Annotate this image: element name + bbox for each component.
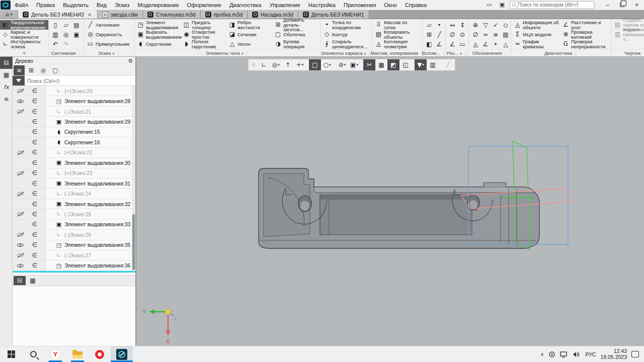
tree-bottom-tab[interactable]: ▦ <box>27 276 39 285</box>
taskbar-search-button[interactable] <box>22 346 44 362</box>
ribbon-tool[interactable]: ◗ Полное скругление <box>182 39 227 49</box>
tree-item[interactable]: ∈ ∟ (-)Эскиз:24 <box>13 189 135 199</box>
visibility-eye-icon[interactable] <box>17 231 24 238</box>
visibility-eye-icon[interactable] <box>17 242 24 248</box>
restore-button[interactable] <box>615 0 629 10</box>
dimension-tool-button[interactable]: ↔ <box>447 20 457 30</box>
panel-strip-button[interactable]: ⊟ <box>0 57 13 69</box>
viewport-tool-button[interactable]: □ ▾ <box>309 59 321 70</box>
mode-panel-item[interactable]: ∟ Инструменты эскиза <box>0 39 48 49</box>
aux-tool-button[interactable]: ▱ <box>424 20 434 30</box>
ribbon-tool[interactable]: ⠿ Массив по сетке <box>374 20 421 30</box>
tree-item[interactable]: ∈ ◖ Скругление:16 <box>13 137 135 147</box>
dimension-tool-button[interactable]: ∠ <box>447 39 457 49</box>
menu-item[interactable]: Оформление <box>183 0 225 10</box>
viewport-tool-button[interactable]: ✂ ▾ <box>363 59 375 70</box>
dimension-tool-button[interactable]: ⊙ <box>457 30 467 39</box>
menu-item[interactable]: Файл <box>11 0 32 10</box>
notation-tool-button[interactable]: ▤ <box>501 30 511 39</box>
menu-item[interactable]: Справка <box>401 0 431 10</box>
titlebar-icon[interactable]: ▭ <box>484 1 495 9</box>
visibility-eye-icon[interactable] <box>17 108 24 115</box>
ribbon-tool[interactable]: Σ МЦХ модели <box>513 30 561 39</box>
system-tool-button[interactable]: ↶ <box>50 39 60 49</box>
system-tool-button[interactable]: ▯ <box>50 20 60 30</box>
system-tool-button[interactable]: ▱ <box>61 20 71 30</box>
panel-strip-button[interactable]: fx <box>0 81 13 93</box>
document-tab[interactable]: пробка.m3d <box>201 10 248 19</box>
aux-tool-button[interactable]: ◧ <box>424 39 434 49</box>
aux-tool-button[interactable]: ╱ <box>434 30 444 39</box>
tree-item[interactable]: ∈ ∟ (-)Эскиз:27 <box>13 250 135 260</box>
ribbon-tool[interactable]: ▤ Копировать объекты <box>374 30 421 39</box>
taskbar-clock[interactable]: 12:43 19.05.2023 <box>600 348 627 360</box>
ribbon-tool[interactable]: ╱ Автолиния <box>86 20 132 30</box>
ribbon-tool[interactable]: ▢ Оболочка <box>273 30 319 39</box>
ribbon-tool[interactable]: ∠ Расстояние и угол <box>561 20 609 30</box>
scrollbar-thumb[interactable] <box>132 214 135 270</box>
volume-icon[interactable] <box>573 351 581 358</box>
network-display-icon[interactable] <box>560 351 568 358</box>
ribbon-tool[interactable]: ◎ Окружность <box>86 30 132 39</box>
viewport-tool-button[interactable]: ▥ ▾ <box>427 59 439 70</box>
system-tool-button[interactable]: ↷ <box>61 39 71 49</box>
dimension-tool-button[interactable]: ↕ <box>457 20 467 30</box>
ribbon-tool[interactable]: ▭ Прямоугольник <box>86 39 132 49</box>
document-tab[interactable]: звезда.cdw <box>98 10 143 19</box>
system-tool-button[interactable]: ◎ <box>61 30 71 39</box>
tree-item[interactable]: ∈ ∟ (+)Эскиз:23 <box>13 168 135 178</box>
ribbon-tool[interactable]: G Проверка непрерывности <box>561 39 609 49</box>
kompas-logo-icon[interactable] <box>1 1 11 10</box>
notation-tool-button[interactable]: ≈ <box>480 30 491 39</box>
visibility-eye-icon[interactable] <box>17 98 24 105</box>
system-tool-button[interactable]: ▥ <box>50 30 60 39</box>
menu-item[interactable]: Окно <box>380 0 401 10</box>
visibility-eye-icon[interactable] <box>17 221 24 228</box>
menu-item[interactable]: Вид <box>93 0 111 10</box>
viewport-tool-button[interactable]: ▦ ▾ <box>375 59 387 70</box>
notation-tool-button[interactable]: △ <box>501 39 511 49</box>
tree-item[interactable]: ∈ ◖ Скругление:15 <box>13 127 135 137</box>
ribbon-tool[interactable]: ∮ Спираль цилиндрическ... <box>322 39 370 49</box>
ribbon-tool[interactable]: ◉ Отверстие простое <box>182 30 227 39</box>
menu-item[interactable]: Настройка <box>304 0 340 10</box>
menu-item[interactable]: Управление <box>266 0 304 10</box>
start-button[interactable] <box>0 346 22 362</box>
visibility-eye-icon[interactable] <box>17 170 24 176</box>
tree-scrollbar[interactable] <box>132 86 135 271</box>
tree-item[interactable]: ∈ ◳ Элемент выдавливания:35 <box>13 240 135 250</box>
viewport-tool-button[interactable]: ◩ ▾ <box>387 59 399 70</box>
tab-close-icon[interactable]: × <box>87 12 93 18</box>
command-search-input[interactable] <box>518 2 592 8</box>
notation-tool-button[interactable]: ▽ <box>480 20 491 30</box>
ribbon-tool[interactable]: ▣ Вырезать выдавливанием <box>136 30 182 39</box>
ribbon-tool[interactable]: ◳ Элемент выдавливания <box>136 20 182 30</box>
visibility-eye-icon[interactable] <box>17 87 24 94</box>
viewport-tool-button[interactable]: ∟ ▾ <box>258 59 270 70</box>
tree-item[interactable]: ∈ ∟ (-)Эскиз:21 <box>13 107 135 117</box>
3d-model[interactable] <box>255 138 582 257</box>
visibility-eye-icon[interactable] <box>17 159 24 166</box>
tree-item[interactable]: ∈ ∟ (+)Эскиз:22 <box>13 148 135 158</box>
system-tool-button[interactable]: ▤ <box>71 20 82 30</box>
ribbon-tool[interactable]: ≈ График кривизны <box>513 39 561 49</box>
notation-tool-button[interactable]: ∠ <box>480 39 491 49</box>
ribbon-tool[interactable]: ▥ Управление связанными ч... <box>613 30 644 39</box>
viewport-tool-button[interactable]: + ▾ <box>294 59 306 70</box>
panel-strip-button[interactable]: ≡ <box>0 93 13 105</box>
taskbar-yandex-browser[interactable]: Y <box>44 346 66 362</box>
ribbon-tool[interactable]: ⊞ Добавить деталь-заготов... <box>273 20 319 30</box>
visibility-eye-icon[interactable] <box>17 119 24 125</box>
tree-item[interactable]: ∈ ∟ (+)Эскиз:20 <box>13 86 135 96</box>
ribbon-tool[interactable]: ◪ Сечение <box>227 30 273 39</box>
visibility-eye-icon[interactable] <box>17 191 24 197</box>
menu-item[interactable]: Правка <box>32 0 59 10</box>
mode-panel-item[interactable]: ◇ Каркас и поверхности <box>0 30 48 39</box>
tree-toolbar-button[interactable]: ◎ <box>38 65 49 75</box>
menu-item[interactable]: Приложения <box>340 0 380 10</box>
tray-expand-chevron-icon[interactable]: ∧ <box>540 351 544 357</box>
keyboard-language[interactable]: РУС <box>585 351 596 357</box>
tree-item[interactable]: ∈ ▣ Элемент выдавливания:30 <box>13 158 135 168</box>
notation-tool-button[interactable]: ⊕ <box>470 20 480 30</box>
notation-tool-button[interactable]: ◇ <box>501 20 511 30</box>
